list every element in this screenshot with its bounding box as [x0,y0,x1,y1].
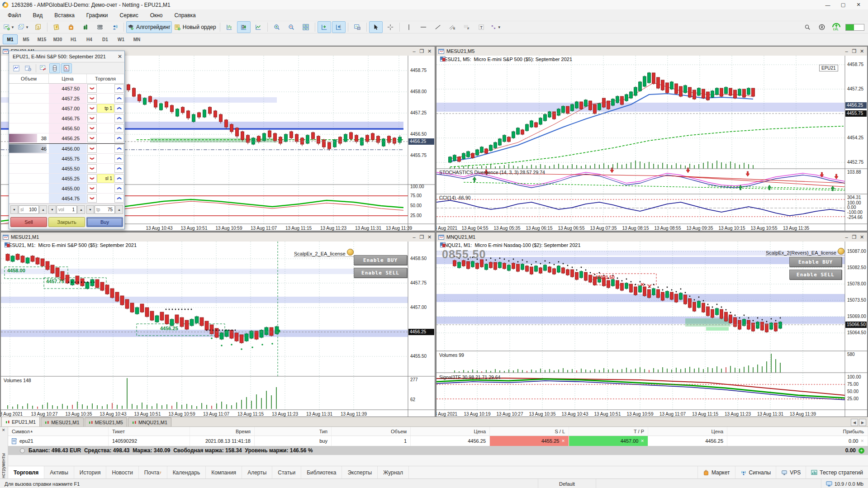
dom-buy-chevron-icon[interactable]: ❯ [114,184,124,193]
toolbox-item-Маркет[interactable]: Маркет [697,466,735,479]
sl-stepper[interactable]: ▼ sl100 ▲ [10,205,47,214]
close-icon[interactable]: ✕ [426,48,433,54]
dom-buy-chevron-icon[interactable]: ❯ [114,104,124,113]
chevron-up-icon[interactable]: ▲ [77,205,85,214]
restore-icon[interactable]: ❐ [850,234,858,240]
dom-trade-cell[interactable] [97,134,114,142]
algo-trading-button[interactable]: Алготрейдинг [126,21,172,33]
enable-sell-button[interactable]: Enable SELL [354,268,407,278]
timeframe-MN[interactable]: MN [129,34,144,44]
menu-Сервис[interactable]: Сервис [114,10,144,20]
dom-row-4454.75[interactable]: 4454.75❯❯ [9,194,124,204]
close-icon[interactable]: ✕ [851,0,866,9]
position-row[interactable]: epu211405902922021.08.13 11:41:18buy1445… [8,436,868,446]
volume-stepper[interactable]: ▼ vol1 ▲ [48,205,85,214]
menu-Вид[interactable]: Вид [27,10,49,20]
dom-row-4455.75[interactable]: 4455.75❯❯ [9,154,124,164]
dom-sell-chevron-icon[interactable]: ❯ [87,194,97,203]
dom-buy-chevron-icon[interactable]: ❯ [114,134,124,142]
dom-sell-chevron-icon[interactable]: ❯ [87,144,97,153]
remove-tp-icon[interactable]: ✕ [640,439,644,443]
chevron-down-icon[interactable]: ▼ [48,205,56,214]
menu-Окно[interactable]: Окно [144,10,169,20]
chevron-down-icon[interactable]: ▼ [86,205,94,214]
dom-row-4456.25[interactable]: 384456.25❯❯ [9,133,124,143]
minimize-icon[interactable]: – [410,234,418,240]
trendline-icon[interactable] [431,21,445,33]
dom-row-4455.00[interactable]: 4455.00❯❯ [9,184,124,194]
col-Символ[interactable]: Символ ▲ [8,427,109,436]
sell-button[interactable]: Sell [10,217,47,227]
maximize-icon[interactable]: ▢ [835,0,851,9]
dom-sell-chevron-icon[interactable]: ❯ [87,124,97,133]
arrows-tool-icon[interactable]: ▼ [489,21,503,33]
dom-trade-cell[interactable] [97,154,114,163]
dom-row-4457.25[interactable]: 4457.25❯❯ [9,94,124,104]
toolbox-tab-Активы[interactable]: Активы [44,466,74,479]
dom-buy-chevron-icon[interactable]: ❯ [114,174,124,183]
toolbox-tab-Новости[interactable]: Новости [106,466,138,479]
tab-scroll-right-icon[interactable]: ▶ [859,419,866,426]
dom-trade-cell[interactable] [97,124,114,133]
toolbox-tab-Статьи[interactable]: Статьи [272,466,301,479]
close-icon[interactable]: ✕ [858,234,866,240]
add-icon[interactable]: + [859,448,864,454]
dom-trade-cell[interactable] [97,194,114,203]
close-position-button[interactable]: Закрыть [48,217,85,227]
minimize-icon[interactable]: – [843,48,850,54]
toolbox-item-VPS[interactable]: VPS [776,466,806,479]
windows-button[interactable]: $ [31,21,45,33]
dom-sell-chevron-icon[interactable]: ❯ [87,94,97,103]
menu-Графики[interactable]: Графики [81,10,114,20]
menu-Файл[interactable]: Файл [2,10,27,20]
col-Тип[interactable]: Тип [255,427,332,436]
restore-icon[interactable]: ❐ [418,48,426,54]
toolbox-close-icon[interactable]: ✕ [2,428,5,432]
chart-tab-EPU21,M1[interactable]: EPU21,M1 [1,417,40,426]
dom-title-bar[interactable]: EPU21, E-Mini S&P 500: September 2021 ✕ [9,51,124,62]
chart-tab-MESU21,M5[interactable]: MESU21,M5 [85,417,127,426]
dom-row-4457.00[interactable]: 4457.00❯tp 1❯ [9,104,124,114]
market-icon[interactable] [64,21,78,33]
dom-buy-chevron-icon[interactable]: ❯ [114,154,124,163]
dom-trade-cell[interactable]: sl 1 [97,174,114,183]
dom-buy-chevron-icon[interactable]: ❯ [114,124,124,133]
chart-shift-icon[interactable] [332,21,346,33]
toolbox-tab-Библиотека[interactable]: Библиотека [301,466,342,479]
dom-trade-cell[interactable] [97,114,114,123]
toolbox-tab-Алерты[interactable]: Алерты [242,466,272,479]
dom-sell-chevron-icon[interactable]: ❯ [87,184,97,193]
col-Прибыль[interactable]: Прибыль [727,427,868,436]
fibonacci-icon[interactable]: F [460,21,474,33]
new-chart-button[interactable]: ▼ [2,21,16,33]
equidistant-channel-icon[interactable]: E [446,21,459,33]
dom-row-4456.75[interactable]: 4456.75❯❯ [9,114,124,123]
dom-auto-icon[interactable] [38,63,48,73]
quotes-history-icon[interactable] [50,21,63,33]
enable-buy-button[interactable]: Enable BUY [354,255,407,265]
dom-ladder-icon[interactable] [49,63,60,73]
candles-mode-icon[interactable] [237,21,251,33]
tile-windows-icon[interactable] [299,21,313,33]
dom-buy-chevron-icon[interactable]: ❯ [114,114,124,123]
horizontal-line-icon[interactable] [417,21,430,33]
child-window-titlebar[interactable]: MNQU21,M1–❐✕ [436,232,867,242]
new-order-button[interactable]: Новый ордер [173,21,218,33]
cursor-icon[interactable] [369,21,383,33]
dom-buy-chevron-icon[interactable]: ❯ [114,144,124,153]
child-window-titlebar[interactable]: MESU21,M1–❐✕ [1,232,435,242]
dom-trade-cell[interactable] [97,184,114,193]
timeframe-M1[interactable]: M1 [3,34,18,44]
close-icon[interactable]: ✕ [858,48,866,54]
toolbox-tab-Журнал[interactable]: Журнал [378,466,409,479]
chart-window-mesu21-m1[interactable]: MESU21,M1–❐✕4458.504457.754457.004455.50… [0,232,435,417]
chart-tab-MNQU21,M1[interactable]: MNQU21,M1 [128,417,171,426]
tp-stepper[interactable]: ▼ tp75 ▲ [86,205,123,214]
minimize-icon[interactable]: – [843,234,850,240]
chevron-up-icon[interactable]: ▲ [39,205,47,214]
dom-sell-chevron-icon[interactable]: ❯ [87,114,97,123]
dom-buy-chevron-icon[interactable]: ❯ [114,194,124,203]
signals-icon[interactable] [108,21,121,33]
dom-trade-cell[interactable]: tp 1 [97,104,114,113]
dom-trade-cell[interactable] [97,94,114,103]
